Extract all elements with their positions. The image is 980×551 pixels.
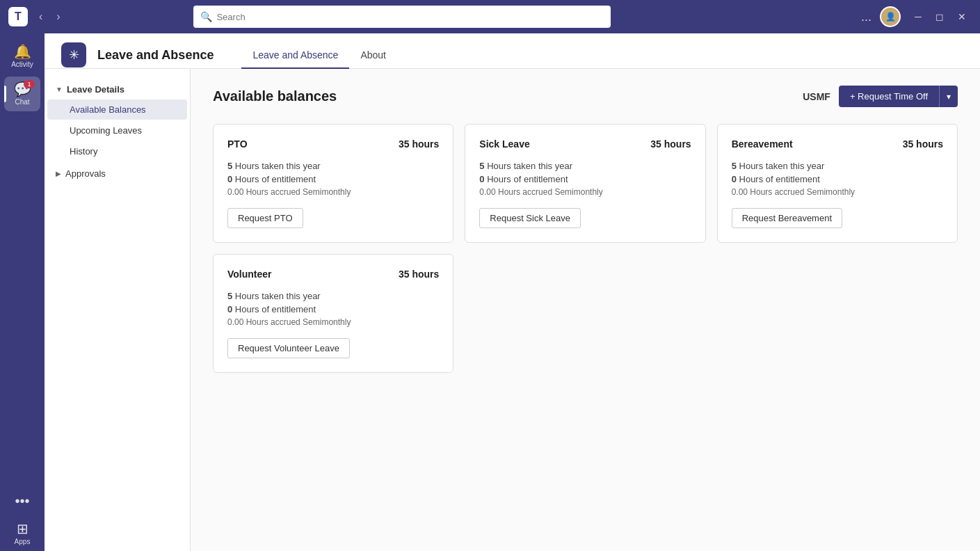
cards-top-row: PTO 35 hours 5 Hours taken this year 0 H… <box>213 124 958 243</box>
bereavement-title: Bereavement <box>732 138 793 150</box>
company-label: USMF <box>803 91 830 102</box>
app-title: Leave and Absence <box>97 48 214 63</box>
bell-icon: 🔔 <box>14 45 31 58</box>
title-bar-right: ... 👤 ─ ◻ ✕ <box>861 6 972 27</box>
request-time-off-button[interactable]: + Request Time Off <box>839 86 939 107</box>
cards-bottom-row: Volunteer 35 hours 5 Hours taken this ye… <box>213 254 958 373</box>
leave-details-label: Leave Details <box>67 84 124 95</box>
dots-icon: ••• <box>15 494 29 508</box>
apps-icon: ⊞ <box>17 522 29 536</box>
sick-leave-title: Sick Leave <box>479 138 529 150</box>
pto-title: PTO <box>227 138 248 150</box>
sick-leave-card-header: Sick Leave 35 hours <box>479 138 691 150</box>
title-bar: T ‹ › 🔍 ... 👤 ─ ◻ ✕ <box>0 0 980 33</box>
volunteer-accrued: 0.00 Hours accrued Semimonthly <box>227 317 439 327</box>
nav-back-button[interactable]: ‹ <box>33 8 48 26</box>
inner-layout: ▼ Leave Details Available Balances Upcom… <box>45 69 980 551</box>
page-title: Available balances <box>213 88 337 104</box>
more-options-button[interactable]: ... <box>861 10 871 24</box>
close-button[interactable]: ✕ <box>952 8 972 25</box>
request-volunteer-leave-button[interactable]: Request Volunteer Leave <box>227 338 350 358</box>
volunteer-hours-taken: 5 Hours taken this year <box>227 291 439 301</box>
pto-card-header: PTO 35 hours <box>227 138 439 150</box>
snowflake-icon: ✳ <box>69 47 79 63</box>
request-bereavement-button[interactable]: Request Bereavement <box>732 208 842 228</box>
bereavement-accrued: 0.00 Hours accrued Semimonthly <box>732 187 943 197</box>
tab-about[interactable]: About <box>349 42 397 69</box>
minimize-button[interactable]: ─ <box>909 8 927 25</box>
sick-leave-accrued: 0.00 Hours accrued Semimonthly <box>479 187 691 197</box>
pto-entitlement: 0 Hours of entitlement <box>227 174 439 184</box>
content-area: ✳ Leave and Absence Leave and Absence Ab… <box>45 33 980 551</box>
nav-arrows: ‹ › <box>33 8 66 26</box>
volunteer-hours: 35 hours <box>399 269 439 280</box>
volunteer-card: Volunteer 35 hours 5 Hours taken this ye… <box>213 254 453 373</box>
header-right: USMF + Request Time Off ▾ <box>803 86 958 107</box>
rail-label-activity: Activity <box>11 61 33 68</box>
search-input[interactable] <box>216 12 604 22</box>
request-sick-leave-button[interactable]: Request Sick Leave <box>479 208 581 228</box>
volunteer-card-header: Volunteer 35 hours <box>227 269 439 280</box>
sidebar-item-upcoming-leaves[interactable]: Upcoming Leaves <box>47 120 187 141</box>
sidebar-item-available-balances[interactable]: Available Balances <box>47 99 187 120</box>
teams-logo: T <box>8 7 28 26</box>
rail-item-chat[interactable]: 💬 Chat 1 <box>4 77 40 111</box>
bereavement-hours-taken: 5 Hours taken this year <box>732 161 943 171</box>
pto-accrued: 0.00 Hours accrued Semimonthly <box>227 187 439 197</box>
main-content: Available balances USMF + Request Time O… <box>191 69 980 551</box>
sidebar-approvals[interactable]: ▶ Approvals <box>45 164 190 183</box>
volunteer-entitlement: 0 Hours of entitlement <box>227 304 439 314</box>
app-tabs: Leave and Absence About <box>241 42 397 68</box>
restore-button[interactable]: ◻ <box>930 8 949 25</box>
search-bar: 🔍 <box>193 6 611 28</box>
bereavement-entitlement: 0 Hours of entitlement <box>732 174 943 184</box>
search-icon: 🔍 <box>200 11 212 22</box>
page-header-row: Available balances USMF + Request Time O… <box>213 86 958 107</box>
bereavement-hours: 35 hours <box>903 138 943 150</box>
active-indicator <box>4 86 6 102</box>
rail-item-activity[interactable]: 🔔 Activity <box>4 39 40 74</box>
nav-forward-button[interactable]: › <box>51 8 65 26</box>
app-icon: ✳ <box>61 42 86 67</box>
rail-label-chat: Chat <box>15 98 29 106</box>
chat-badge: 1 <box>24 80 35 88</box>
app-header: ✳ Leave and Absence Leave and Absence Ab… <box>45 33 980 69</box>
rail-label-apps: Apps <box>15 538 31 545</box>
approvals-label: Approvals <box>65 168 106 179</box>
bereavement-card-header: Bereavement 35 hours <box>732 138 943 150</box>
search-wrapper: 🔍 <box>193 6 611 28</box>
sidebar: ▼ Leave Details Available Balances Upcom… <box>45 69 191 551</box>
pto-hours-taken: 5 Hours taken this year <box>227 161 439 171</box>
left-rail: 🔔 Activity 💬 Chat 1 ••• ⊞ Apps <box>0 33 45 551</box>
bereavement-card: Bereavement 35 hours 5 Hours taken this … <box>717 124 958 243</box>
window-controls: ─ ◻ ✕ <box>909 8 972 25</box>
chevron-down-icon: ▼ <box>56 86 63 93</box>
leave-details-header[interactable]: ▼ Leave Details <box>45 80 190 99</box>
volunteer-title: Volunteer <box>227 269 272 280</box>
request-time-off-dropdown-button[interactable]: ▾ <box>939 86 958 107</box>
tab-leave-and-absence[interactable]: Leave and Absence <box>241 42 349 69</box>
request-pto-button[interactable]: Request PTO <box>227 208 303 228</box>
main-layout: 🔔 Activity 💬 Chat 1 ••• ⊞ Apps ✳ Leave a… <box>0 33 980 551</box>
chevron-right-icon: ▶ <box>56 170 61 177</box>
request-btn-group: + Request Time Off ▾ <box>839 86 958 107</box>
title-bar-left: T ‹ › <box>8 7 66 26</box>
leave-details-section: ▼ Leave Details Available Balances Upcom… <box>45 80 190 161</box>
avatar[interactable]: 👤 <box>880 6 901 27</box>
sick-leave-card: Sick Leave 35 hours 5 Hours taken this y… <box>465 124 705 243</box>
sidebar-item-history[interactable]: History <box>47 141 187 161</box>
sick-leave-entitlement: 0 Hours of entitlement <box>479 174 691 184</box>
rail-item-apps[interactable]: ⊞ Apps <box>4 516 40 551</box>
pto-card: PTO 35 hours 5 Hours taken this year 0 H… <box>213 124 453 243</box>
sick-leave-hours-taken: 5 Hours taken this year <box>479 161 691 171</box>
sick-leave-hours: 35 hours <box>650 138 691 150</box>
rail-item-more[interactable]: ••• <box>4 488 40 513</box>
pto-hours: 35 hours <box>399 138 439 150</box>
